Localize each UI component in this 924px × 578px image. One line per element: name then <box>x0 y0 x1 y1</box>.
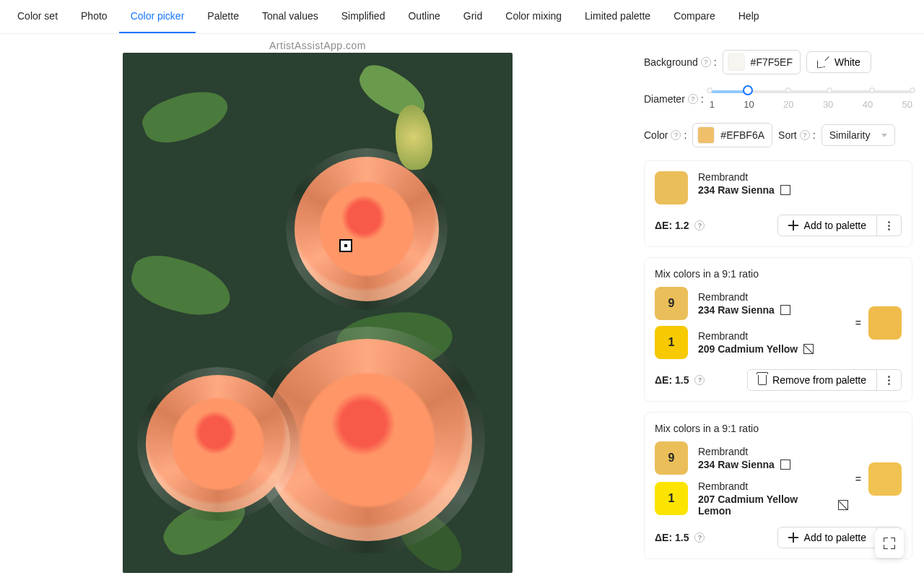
delta-e: ΔE: 1.2 ? <box>655 220 705 231</box>
slider-mark: 30 <box>823 99 833 110</box>
chevron-down-icon <box>881 134 887 137</box>
watermark: ArtistAssistApp.com <box>269 40 366 51</box>
tab-color-picker[interactable]: Color picker <box>119 0 196 33</box>
paint-name: 234 Raw Sienna <box>698 184 790 196</box>
paint-brand: Rembrandt <box>698 171 790 183</box>
delta-e: ΔE: 1.5 ? <box>655 532 705 543</box>
side-panel: Background ? : #F7F5EF White Diameter ? … <box>624 34 912 578</box>
mix-label: Mix colors in a 9:1 ratio <box>655 268 902 280</box>
opacity-icon <box>838 500 848 510</box>
help-icon[interactable]: ? <box>688 94 698 104</box>
slider-mark: 50 <box>902 99 912 110</box>
mix-result-swatch <box>868 306 902 340</box>
tab-color-mixing[interactable]: Color mixing <box>494 0 573 33</box>
trash-icon <box>758 375 767 385</box>
picked-swatch <box>697 126 715 144</box>
more-icon <box>888 376 890 385</box>
paint-name: 207 Cadmium Yellow Lemon <box>698 493 848 517</box>
mix-ratio-swatch: 9 <box>655 287 688 320</box>
add-to-palette-button[interactable]: Add to palette <box>777 215 877 236</box>
tab-limited-palette[interactable]: Limited palette <box>573 0 662 33</box>
paint-name: 209 Cadmium Yellow <box>698 343 814 355</box>
tab-compare[interactable]: Compare <box>662 0 727 33</box>
expand-icon <box>884 538 895 549</box>
paint-brand: Rembrandt <box>698 446 790 457</box>
background-color-input[interactable]: #F7F5EF <box>723 50 801 74</box>
paint-swatch <box>655 171 688 204</box>
opacity-icon <box>780 185 790 195</box>
sort-label: Sort ? : <box>778 129 816 141</box>
slider-mark: 40 <box>863 99 873 110</box>
tab-help[interactable]: Help <box>727 0 771 33</box>
more-actions-button[interactable] <box>877 215 902 236</box>
paint-brand: Rembrandt <box>698 330 814 342</box>
background-label: Background ? : <box>644 56 717 68</box>
tab-tonal-values[interactable]: Tonal values <box>250 0 330 33</box>
reference-photo[interactable] <box>123 53 513 573</box>
tab-outline[interactable]: Outline <box>396 0 451 33</box>
diameter-label: Diameter ? : <box>644 93 704 105</box>
slider-mark: 1 <box>710 99 715 110</box>
mix-ratio-swatch: 1 <box>655 482 688 515</box>
tab-palette[interactable]: Palette <box>196 0 250 33</box>
help-icon[interactable]: ? <box>800 130 810 140</box>
opacity-icon <box>803 344 814 354</box>
background-hex: #F7F5EF <box>751 56 793 68</box>
sort-select[interactable]: Similarity <box>821 124 896 146</box>
picked-color-input[interactable]: #EFBF6A <box>692 123 772 147</box>
help-icon[interactable]: ? <box>694 375 705 385</box>
plus-icon <box>788 220 798 230</box>
color-label: Color ? : <box>644 129 687 141</box>
mix-label: Mix colors in a 9:1 ratio <box>655 423 902 434</box>
delta-e: ΔE: 1.5 ? <box>655 374 705 386</box>
color-match-card: Mix colors in a 9:1 ratio 9 Rembrandt 23… <box>644 412 912 559</box>
mix-result-swatch <box>868 462 902 496</box>
remove-from-palette-button[interactable]: Remove from palette <box>747 369 877 391</box>
white-button[interactable]: White <box>806 51 871 73</box>
opacity-icon <box>780 305 790 315</box>
slider-mark: 10 <box>744 99 754 110</box>
paint-name: 234 Raw Sienna <box>698 459 790 470</box>
add-to-palette-button[interactable]: Add to palette <box>777 527 877 548</box>
tab-bar: Color setPhotoColor pickerPaletteTonal v… <box>0 0 924 34</box>
mix-ratio-swatch: 9 <box>655 441 688 475</box>
help-icon[interactable]: ? <box>701 57 711 67</box>
equals-sign: = <box>855 317 861 329</box>
paint-brand: Rembrandt <box>698 291 790 303</box>
fullscreen-button[interactable] <box>875 529 904 558</box>
picked-hex: #EFBF6A <box>720 129 764 141</box>
mix-ratio-swatch: 1 <box>655 326 688 359</box>
photo-column: ArtistAssistApp.com <box>12 34 624 578</box>
tab-grid[interactable]: Grid <box>452 0 494 33</box>
color-match-card: Rembrandt 234 Raw Sienna ΔE: 1.2 ? Add t… <box>644 160 912 247</box>
diameter-slider[interactable]: 11020304050 <box>710 87 912 110</box>
help-icon[interactable]: ? <box>694 220 705 230</box>
pipette-icon <box>817 56 829 68</box>
help-icon[interactable]: ? <box>671 130 681 140</box>
color-match-card: Mix colors in a 9:1 ratio 9 Rembrandt 23… <box>644 257 912 402</box>
more-actions-button[interactable] <box>877 369 902 391</box>
opacity-icon <box>780 460 790 470</box>
tab-color-set[interactable]: Color set <box>6 0 69 33</box>
paint-brand: Rembrandt <box>698 480 848 492</box>
paint-name: 234 Raw Sienna <box>698 304 790 316</box>
slider-mark: 20 <box>783 99 793 110</box>
more-icon <box>888 221 890 230</box>
help-icon[interactable]: ? <box>694 532 705 543</box>
plus-icon <box>788 532 798 543</box>
color-picker-crosshair[interactable] <box>339 239 352 252</box>
tab-photo[interactable]: Photo <box>69 0 119 33</box>
background-swatch <box>728 53 745 71</box>
tab-simplified[interactable]: Simplified <box>330 0 397 33</box>
equals-sign: = <box>855 473 861 485</box>
